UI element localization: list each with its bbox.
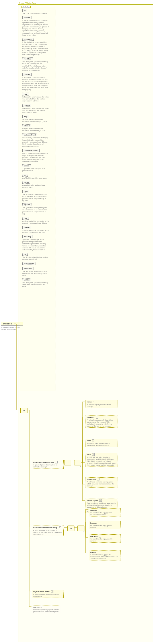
attr-name: literal <box>22 181 30 184</box>
attr-item: xml:langSpecifies the language of this p… <box>22 235 54 251</box>
attr-name: how <box>22 92 29 96</box>
def-card: 0..∞ <box>81 466 83 467</box>
element-name: narrower <box>90 535 98 537</box>
expand-icon[interactable]: + <box>92 439 94 442</box>
attr-desc: A free-text value assigned as a property… <box>22 184 49 188</box>
attr-name: pubconstraint <box>22 134 37 136</box>
element-desc: A natural language name for the concept. <box>87 404 116 408</box>
attr-item: typeThe type of the concept assigned as … <box>22 190 54 202</box>
expand-icon[interactable]: + <box>98 522 100 524</box>
attr-name: roleuri <box>22 226 31 229</box>
element-name: facet <box>87 454 91 456</box>
attr-name: validfrom <box>22 267 33 270</box>
element-desc: A natural language definition of the sem… <box>87 419 116 427</box>
attr-desc: A URI which identifies a concept. <box>22 177 49 179</box>
attr-name: role <box>22 217 29 220</box>
element-name: name <box>87 401 92 403</box>
attr-item: pubconstrainturiOne or many constraints … <box>22 149 54 163</box>
attr-item: howIndicates by which means the value wa… <box>22 92 54 102</box>
element-name: sameAs <box>90 509 97 511</box>
attr-name: xml:lang <box>22 235 33 238</box>
attr-item: any ##other <box>22 262 54 265</box>
attr-item: validfromThe date (and, optionally, the … <box>22 267 54 276</box>
def-child-card: 0..∞ <box>107 404 110 406</box>
attr-desc: A refinement of the semantics of the pro… <box>22 230 49 234</box>
def-child-name[interactable]: name+A natural language name for the con… <box>86 400 117 408</box>
sequence-glyph: ••• <box>67 462 68 464</box>
expand-icon[interactable]: + <box>98 509 100 512</box>
concept-relationships-group-name: ConceptRelationshipsGroup <box>33 527 57 529</box>
element-name: related <box>90 551 96 553</box>
attr-desc: Indicates by which means the value was e… <box>22 96 49 102</box>
attr-desc: Indicates by which means the value was e… <box>22 107 49 113</box>
rel-child-card: 0..∞ <box>104 538 107 540</box>
attr-name: id <box>22 9 27 12</box>
attr-desc: The date (and, optionally, the time) aft… <box>22 282 49 288</box>
attr-desc: If the attribute is empty, specifies whi… <box>22 41 49 56</box>
expand-icon[interactable]: − <box>55 461 58 464</box>
attr-desc: If set to true the corresponding propert… <box>22 76 49 91</box>
def-child-definition[interactable]: definition+A natural language definition… <box>86 416 117 428</box>
rel-child-card: 0..∞ <box>104 554 107 556</box>
def-child-remoteInfo[interactable]: remoteInfo+A link to an item or a web re… <box>86 477 117 488</box>
attr-desc: Specifies the language of this property … <box>22 238 49 251</box>
any-other-desc: Extension point for provider-defined pro… <box>33 609 60 612</box>
attr-name: whyuri <box>22 124 31 127</box>
element-name: hierarchyInfo <box>87 500 98 502</box>
attr-name: validto <box>22 278 31 281</box>
attr-name: typeuri <box>22 203 31 206</box>
expand-icon[interactable]: + <box>97 551 99 554</box>
attr-item: literalA free-text value assigned as a p… <box>22 181 54 188</box>
attr-desc: The directionality of textual content (e… <box>22 256 49 260</box>
sequence-glyph: ••• <box>70 528 71 529</box>
attr-name: why <box>22 115 29 118</box>
expand-icon[interactable]: + <box>99 535 101 538</box>
attr-name: qcode <box>22 164 31 167</box>
attr-item: modifiedThe date (and, optionally, the t… <box>22 58 54 71</box>
attr-desc: If the property value is not defined, sp… <box>22 20 49 36</box>
attr-desc: The local identifier of the property. <box>22 12 49 14</box>
expand-icon[interactable]: + <box>97 478 100 480</box>
expand-icon[interactable]: + <box>51 590 53 593</box>
attr-desc: The date (and, optionally, the time) bef… <box>22 270 49 276</box>
rel-sequence: ••• <box>67 526 74 531</box>
attr-item: uriA URI which identifies a concept. <box>22 174 54 179</box>
element-desc: In NAR 1.8 and later, facet is deprecate… <box>87 456 116 466</box>
attr-item: validtoThe date (and, optionally, the ti… <box>22 278 54 288</box>
attr-name: uri <box>22 174 28 176</box>
def-child-note[interactable]: note+Additional natural language informa… <box>86 439 117 447</box>
attr-item: roleuriA refinement of the semantics of … <box>22 226 54 234</box>
organisation-details-box[interactable]: organisationDetails + A group of propert… <box>32 590 64 598</box>
expand-icon[interactable]: + <box>92 453 95 456</box>
element-desc: Additional natural language information … <box>87 442 116 446</box>
element-name: note <box>87 440 91 442</box>
concept-relationships-group-desc: A group of properties required to indica… <box>33 529 62 535</box>
expand-icon[interactable]: + <box>99 499 102 502</box>
attr-desc: One or many constraints that apply to pu… <box>22 137 49 147</box>
org-card: 0..∞ <box>55 594 58 596</box>
rel-child-card: 0..∞ <box>104 525 107 527</box>
attr-desc: The type of the concept assigned as a co… <box>22 207 49 215</box>
attr-item: pubconstraintOne or many constraints tha… <box>22 134 54 147</box>
attr-desc: The type of the concept assigned as a co… <box>22 194 49 202</box>
element-name: definition <box>87 416 95 418</box>
attr-item: typeuriThe type of the concept assigned … <box>22 203 54 215</box>
attr-desc: Why the metadata has been included - exp… <box>22 118 49 123</box>
concept-relationships-group-box[interactable]: ConceptRelationshipsGroup − A group of p… <box>32 526 64 536</box>
expand-icon[interactable]: + <box>93 401 95 403</box>
def-child-facet[interactable]: facet+In NAR 1.8 and later, facet is dep… <box>86 452 117 467</box>
expand-icon[interactable]: + <box>96 416 98 418</box>
def-child-card: 0..∞ <box>107 502 110 504</box>
organisation-details-name: organisationDetails <box>33 590 50 592</box>
attr-desc: Why the metadata has been included - exp… <box>22 128 49 132</box>
element-desc: A link to an item or a web resource whic… <box>87 481 116 487</box>
attr-item: qcodeA qualified code assigned as a prop… <box>22 164 54 172</box>
attr-item: howuriIndicates by which means the value… <box>22 104 54 113</box>
attr-name: howuri <box>22 104 31 107</box>
any-card: 0..∞ <box>47 610 50 611</box>
expand-icon[interactable]: − <box>59 526 61 529</box>
attr-name: custom <box>22 73 32 76</box>
def-child-card: 0..∞ <box>107 420 110 421</box>
attr-desc: A refinement of the semantics of the pro… <box>22 220 49 224</box>
concept-definition-group-box[interactable]: ConceptDefinitionGroup − A group of prop… <box>32 460 64 469</box>
